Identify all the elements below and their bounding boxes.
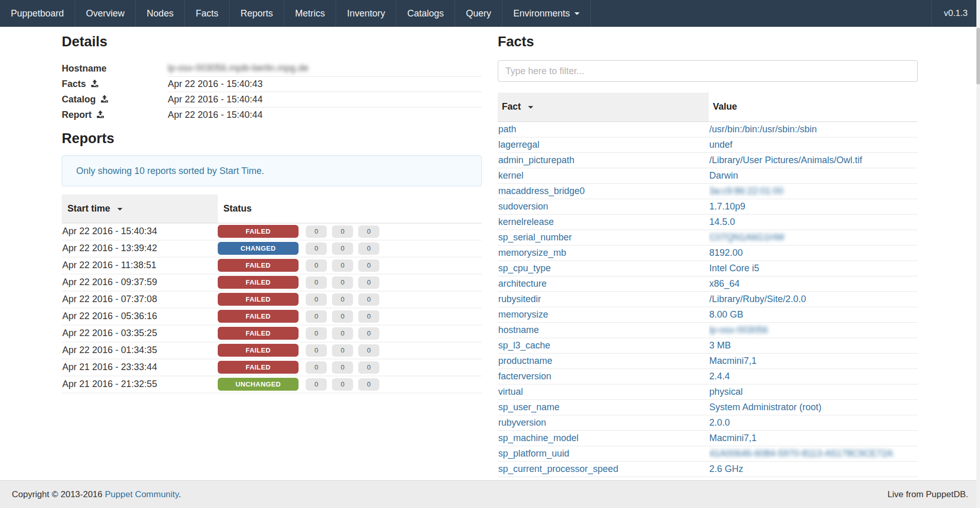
fact-value-link[interactable]: 8192.00 — [709, 248, 743, 258]
fact-name-link[interactable]: path — [498, 124, 516, 135]
report-status-badge[interactable]: FAILED — [218, 344, 299, 357]
fact-name-link[interactable]: sp_machine_model — [498, 433, 579, 444]
report-count-badge: 0 — [332, 276, 353, 289]
live-from-puppetdb-text: Live from PuppetDB. — [887, 489, 980, 500]
fact-name-link[interactable]: sp_user_name — [498, 402, 559, 413]
report-start-time: Apr 22 2016 - 09:37:59 — [62, 274, 218, 291]
fact-value-link[interactable]: /Library/Ruby/Site/2.0.0 — [709, 294, 806, 305]
fact-name-link[interactable]: memorysize_mb — [498, 248, 566, 258]
fact-name-link[interactable]: sp_serial_number — [498, 232, 572, 243]
fact-row: lagerregalundef — [498, 137, 918, 152]
fact-name-link[interactable]: kernel — [498, 170, 523, 181]
reports-table: Start time Status Apr 22 2016 - 15:40:34… — [62, 195, 482, 393]
fact-value-link-redacted[interactable]: 41A00646-6084-5970-8113-A5178C9CE72A — [709, 448, 893, 459]
report-status-badge[interactable]: FAILED — [218, 327, 299, 340]
fact-name-link[interactable]: sp_platform_uuid — [498, 448, 569, 459]
fact-value-link[interactable]: Macmini7,1 — [709, 356, 757, 366]
facts-panel: Facts Fact Value path/usr/bin:/bin:/usr/… — [498, 27, 918, 477]
details-label: Hostname — [62, 63, 107, 74]
fact-value-link[interactable]: Darwin — [709, 170, 738, 181]
report-row: Apr 22 2016 - 05:36:16FAILED000 — [62, 308, 482, 325]
puppet-community-link[interactable]: Puppet Community — [105, 489, 179, 499]
facts-sort-header-fact[interactable]: Fact — [498, 93, 709, 121]
fact-name-link[interactable]: virtual — [498, 387, 523, 397]
report-count-badge: 0 — [306, 225, 327, 238]
fact-value-link[interactable]: /Library/User Pictures/Animals/Owl.tif — [709, 155, 862, 166]
fact-row: virtualphysical — [498, 384, 918, 399]
fact-name-link[interactable]: memorysize — [498, 309, 548, 320]
report-count-badge: 0 — [306, 259, 327, 272]
fact-name-link[interactable]: lagerregal — [498, 139, 539, 150]
nav-item-environments[interactable]: Environments — [502, 0, 591, 27]
nav-item-inventory[interactable]: Inventory — [336, 0, 396, 27]
report-status-badge[interactable]: FAILED — [218, 361, 299, 374]
fact-value-link[interactable]: Intel Core i5 — [709, 263, 759, 274]
fact-name-link[interactable]: rubyversion — [498, 417, 546, 428]
details-table: Hostnamelp-osx-003056.mpib-berlin.mpg.de… — [62, 61, 482, 122]
report-status-badge[interactable]: FAILED — [218, 259, 299, 272]
fact-name-link[interactable]: architecture — [498, 278, 547, 289]
report-status-badge[interactable]: FAILED — [218, 293, 299, 306]
fact-value-link[interactable]: 1.7.10p9 — [709, 201, 745, 212]
fact-name-link[interactable]: kernelrelease — [498, 217, 554, 227]
report-count-badge: 0 — [332, 242, 353, 255]
nav-item-catalogs[interactable]: Catalogs — [396, 0, 455, 27]
nav-item-facts[interactable]: Facts — [185, 0, 230, 27]
fact-value-link[interactable]: 2.6 GHz — [709, 464, 743, 475]
fact-value-link[interactable]: 2.4.4 — [709, 371, 730, 382]
report-status-badge[interactable]: FAILED — [218, 225, 299, 238]
fact-value-link[interactable]: /usr/bin:/bin:/usr/sbin:/sbin — [709, 124, 817, 135]
reports-heading: Reports — [62, 130, 482, 147]
nav-item-metrics[interactable]: Metrics — [284, 0, 336, 27]
fact-value-link-redacted[interactable]: lp-osx-003056 — [709, 325, 768, 336]
fact-value-link[interactable]: 8.00 GB — [709, 309, 743, 320]
report-status-badge[interactable]: CHANGED — [218, 242, 299, 255]
fact-value-link-redacted[interactable]: 3a:c9:86:22:01:00 — [709, 186, 783, 197]
footer: Copyright © 2013-2016 Puppet Community. … — [0, 480, 980, 508]
fact-name-link[interactable]: facterversion — [498, 371, 551, 382]
facts-filter-input[interactable] — [498, 60, 918, 82]
report-status-badge[interactable]: UNCHANGED — [218, 378, 299, 391]
details-row: FactsApr 22 2016 - 15:40:43 — [62, 76, 482, 92]
report-count-badge: 0 — [332, 327, 353, 340]
reports-header-status[interactable]: Status — [218, 195, 482, 223]
fact-name-link[interactable]: rubysitedir — [498, 294, 541, 305]
nav-item-nodes[interactable]: Nodes — [136, 0, 185, 27]
fact-name-link[interactable]: macaddress_bridge0 — [498, 186, 585, 197]
facts-header-value[interactable]: Value — [709, 93, 918, 121]
details-value: Apr 22 2016 - 15:40:44 — [168, 94, 262, 104]
report-count-badge: 0 — [306, 344, 327, 357]
fact-name-link[interactable]: productname — [498, 356, 552, 366]
scrollbar-thumb[interactable] — [976, 28, 980, 84]
report-count-badge: 0 — [306, 327, 327, 340]
fact-name-link[interactable]: sp_current_processor_speed — [498, 464, 618, 475]
details-row: CatalogApr 22 2016 - 15:40:44 — [62, 92, 482, 107]
nav-item-overview[interactable]: Overview — [75, 0, 136, 27]
report-count-badge: 0 — [358, 225, 379, 238]
fact-value-link[interactable]: System Administrator (root) — [709, 402, 821, 413]
fact-name-link[interactable]: sp_cpu_type — [498, 263, 551, 274]
fact-value-link-redacted[interactable]: C07QN1A6G1HW — [709, 232, 784, 243]
nav-item-reports[interactable]: Reports — [230, 0, 284, 27]
fact-value-link[interactable]: 2.0.0 — [709, 417, 730, 428]
fact-value-link[interactable]: x86_64 — [709, 278, 740, 289]
fact-value-link[interactable]: 3 MB — [709, 340, 731, 351]
fact-name-link[interactable]: hostname — [498, 325, 539, 336]
details-value-redacted: lp-osx-003056.mpib-berlin.mpg.de — [168, 63, 308, 73]
report-count-badge: 0 — [358, 259, 379, 272]
nav-brand-puppetboard[interactable]: Puppetboard — [0, 0, 75, 27]
fact-value-link[interactable]: 14.5.0 — [709, 217, 735, 227]
fact-row: sp_user_nameSystem Administrator (root) — [498, 399, 918, 415]
upload-icon — [100, 95, 109, 103]
fact-name-link[interactable]: sudoversion — [498, 201, 548, 212]
fact-name-link[interactable]: sp_l3_cache — [498, 340, 550, 351]
fact-name-link[interactable]: admin_picturepath — [498, 155, 574, 166]
report-status-badge[interactable]: FAILED — [218, 310, 299, 323]
report-count-badge: 0 — [306, 293, 327, 306]
fact-value-link[interactable]: physical — [709, 387, 743, 397]
reports-sort-header-start-time[interactable]: Start time — [62, 195, 218, 223]
report-status-badge[interactable]: FAILED — [218, 276, 299, 289]
fact-value-link[interactable]: undef — [709, 139, 732, 150]
fact-value-link[interactable]: Macmini7,1 — [709, 433, 757, 444]
nav-item-query[interactable]: Query — [455, 0, 502, 27]
